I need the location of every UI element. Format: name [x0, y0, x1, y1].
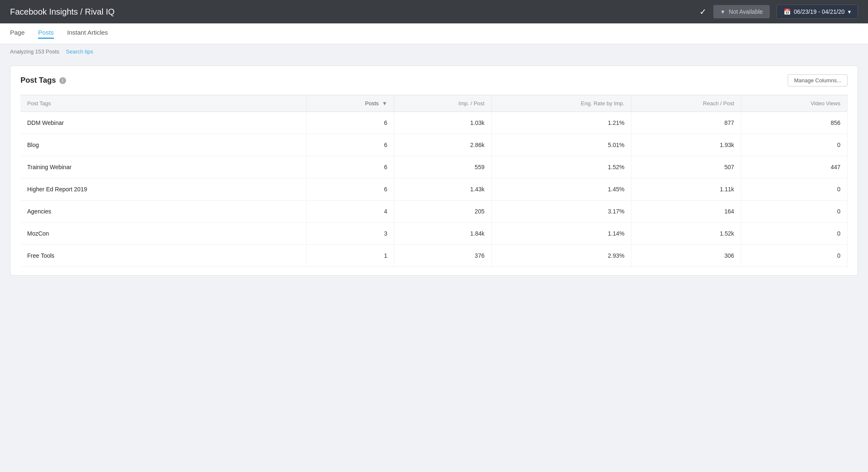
cell-video-views: 0 [741, 134, 847, 156]
main-content: Post Tags i Manage Columns... Post Tags … [0, 59, 868, 282]
filter-button[interactable]: ▼ Not Available [713, 5, 769, 18]
cell-tag-name: Blog [20, 134, 306, 156]
table-row: MozCon 3 1.84k 1.14% 1.52k 0 [20, 223, 848, 245]
cell-reach: 164 [631, 200, 741, 223]
table-row: Higher Ed Report 2019 6 1.43k 1.45% 1.11… [20, 178, 848, 200]
analyzing-text: Analyzing 153 Posts [10, 48, 59, 55]
cell-posts: 6 [306, 156, 394, 178]
tab-instant-articles[interactable]: Instant Articles [67, 29, 108, 39]
table-row: Agencies 4 205 3.17% 164 0 [20, 200, 848, 223]
cell-posts: 6 [306, 134, 394, 156]
table-header: Post Tags Posts ▼ Imp. / Post Eng. Rate … [20, 95, 848, 112]
cell-video-views: 0 [741, 178, 847, 200]
cell-video-views: 0 [741, 223, 847, 245]
cell-reach: 507 [631, 156, 741, 178]
post-tags-card: Post Tags i Manage Columns... Post Tags … [10, 66, 858, 276]
cell-eng-rate: 5.01% [491, 134, 631, 156]
cell-tag-name: Free Tools [20, 245, 306, 267]
cell-eng-rate: 1.45% [491, 178, 631, 200]
col-header-posts[interactable]: Posts ▼ [306, 95, 394, 112]
card-title-text: Post Tags [20, 76, 56, 85]
check-icon: ✓ [700, 7, 707, 17]
date-range-button[interactable]: 📅 06/23/19 - 04/21/20 ▾ [776, 5, 858, 19]
page-title: Facebook Insights / Rival IQ [10, 7, 693, 17]
cell-video-views: 0 [741, 200, 847, 223]
table-body: DDM Webinar 6 1.03k 1.21% 877 856 Blog 6… [20, 112, 848, 267]
date-range-label: 06/23/19 - 04/21/20 [794, 8, 845, 15]
cell-reach: 1.93k [631, 134, 741, 156]
cell-reach: 1.52k [631, 223, 741, 245]
post-tags-table: Post Tags Posts ▼ Imp. / Post Eng. Rate … [20, 95, 848, 267]
chevron-down-icon: ▾ [848, 8, 851, 15]
col-header-video-views: Video Views [741, 95, 847, 112]
cell-imp-per-post: 1.03k [394, 112, 491, 134]
filter-icon: ▼ [720, 9, 725, 15]
card-header: Post Tags i Manage Columns... [20, 74, 848, 86]
manage-columns-button[interactable]: Manage Columns... [788, 74, 848, 86]
subbar: Analyzing 153 Posts Search tips [0, 44, 868, 59]
col-header-eng-rate: Eng. Rate by Imp. [491, 95, 631, 112]
cell-tag-name: Agencies [20, 200, 306, 223]
sort-arrow-icon: ▼ [382, 100, 387, 107]
cell-posts: 1 [306, 245, 394, 267]
search-tips-link[interactable]: Search tips [66, 48, 93, 55]
cell-video-views: 447 [741, 156, 847, 178]
col-header-post-tags: Post Tags [20, 95, 306, 112]
cell-posts: 4 [306, 200, 394, 223]
tab-bar: Page Posts Instant Articles [0, 23, 868, 44]
cell-imp-per-post: 376 [394, 245, 491, 267]
app-header: Facebook Insights / Rival IQ ✓ ▼ Not Ava… [0, 0, 868, 23]
table-row: DDM Webinar 6 1.03k 1.21% 877 856 [20, 112, 848, 134]
cell-tag-name: MozCon [20, 223, 306, 245]
cell-posts: 6 [306, 112, 394, 134]
cell-eng-rate: 1.14% [491, 223, 631, 245]
card-title: Post Tags i [20, 76, 66, 85]
cell-eng-rate: 2.93% [491, 245, 631, 267]
filter-label: Not Available [729, 8, 763, 15]
cell-reach: 877 [631, 112, 741, 134]
cell-video-views: 856 [741, 112, 847, 134]
calendar-icon: 📅 [784, 8, 791, 15]
col-header-reach-per-post: Reach / Post [631, 95, 741, 112]
cell-video-views: 0 [741, 245, 847, 267]
cell-tag-name: Training Webinar [20, 156, 306, 178]
cell-tag-name: Higher Ed Report 2019 [20, 178, 306, 200]
cell-tag-name: DDM Webinar [20, 112, 306, 134]
cell-eng-rate: 3.17% [491, 200, 631, 223]
table-row: Free Tools 1 376 2.93% 306 0 [20, 245, 848, 267]
cell-eng-rate: 1.52% [491, 156, 631, 178]
tab-page[interactable]: Page [10, 29, 25, 39]
col-header-imp-per-post: Imp. / Post [394, 95, 491, 112]
cell-reach: 1.11k [631, 178, 741, 200]
table-row: Training Webinar 6 559 1.52% 507 447 [20, 156, 848, 178]
cell-imp-per-post: 1.43k [394, 178, 491, 200]
info-icon[interactable]: i [59, 77, 66, 84]
table-header-row: Post Tags Posts ▼ Imp. / Post Eng. Rate … [20, 95, 848, 112]
cell-reach: 306 [631, 245, 741, 267]
cell-eng-rate: 1.21% [491, 112, 631, 134]
cell-posts: 3 [306, 223, 394, 245]
tab-posts[interactable]: Posts [38, 29, 54, 39]
cell-imp-per-post: 559 [394, 156, 491, 178]
table-row: Blog 6 2.86k 5.01% 1.93k 0 [20, 134, 848, 156]
cell-posts: 6 [306, 178, 394, 200]
cell-imp-per-post: 205 [394, 200, 491, 223]
cell-imp-per-post: 1.84k [394, 223, 491, 245]
cell-imp-per-post: 2.86k [394, 134, 491, 156]
